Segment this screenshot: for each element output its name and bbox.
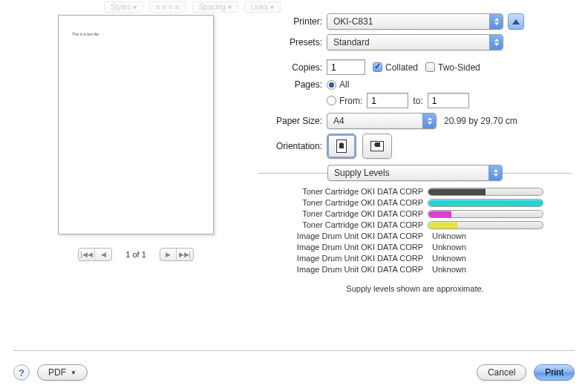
papersize-dimensions: 20.99 by 29.70 cm [444,116,517,126]
pager: |◀◀ ◀ 1 of 1 ▶ ▶▶| [58,248,214,261]
twosided-label: Two-Sided [438,62,480,73]
supply-row: Image Drum Unit OKI DATA CORPUnknown [266,243,564,252]
supply-label: Toner Cartridge OKI DATA CORP [266,198,428,207]
chevron-updown-icon [489,165,502,180]
papersize-label: Paper Size: [266,116,327,126]
preview-page: This is a test file. [58,15,214,234]
copies-label: Copies: [266,62,327,73]
supply-fill [428,222,457,229]
supply-label: Image Drum Unit OKI DATA CORP [266,231,428,240]
pages-from-label: From: [339,96,362,106]
supply-row: Image Drum Unit OKI DATA CORPUnknown [266,265,564,274]
pager-next-button[interactable]: ▶ [160,249,177,260]
orientation-label: Orientation: [266,141,327,151]
pages-all-option[interactable]: All [327,79,349,90]
supply-row: Image Drum Unit OKI DATA CORPUnknown [266,231,564,240]
pages-from-option[interactable]: From: [327,96,362,106]
supply-row: Toner Cartridge OKI DATA CORP [266,209,564,218]
pager-prev-button[interactable]: ◀ [95,249,111,260]
print-dialog: Styles ▾ ≡ ≡ ≡ ≡ Spacing ▾ Links ▾ This … [0,0,588,391]
supply-bar [428,221,543,229]
pager-next-group: ▶ ▶▶| [160,248,194,261]
papersize-value: A4 [333,116,344,126]
landscape-icon [370,141,384,151]
printer-label: Printer: [266,16,327,27]
orientation-landscape-button[interactable] [362,134,392,159]
copies-input[interactable] [327,59,365,75]
section-select[interactable]: Supply Levels [327,165,503,181]
cancel-label: Cancel [488,367,515,378]
preview-sample-text: This is a test file. [72,32,99,36]
pdf-menu-button[interactable]: PDF ▼ [37,364,88,381]
pager-prev-group: |◀◀ ◀ [78,248,112,261]
pages-from-radio[interactable] [327,96,336,105]
pages-all-label: All [339,79,349,90]
papersize-select[interactable]: A4 [327,113,437,129]
form-pane: Printer: OKI-C831 Presets: Standard Copi… [266,13,564,293]
preview-pane: This is a test file. |◀◀ ◀ 1 of 1 ▶ ▶▶| [58,15,214,261]
supply-fill [428,200,543,206]
supply-row: Toner Cartridge OKI DATA CORP [266,187,564,196]
supply-row: Image Drum Unit OKI DATA CORPUnknown [266,254,564,263]
supply-label: Image Drum Unit OKI DATA CORP [266,254,428,263]
print-button[interactable]: Print [534,364,575,381]
cancel-button[interactable]: Cancel [477,364,526,381]
chevron-updown-icon [422,114,436,128]
supply-label: Image Drum Unit OKI DATA CORP [266,265,428,274]
printer-select[interactable]: OKI-C831 [327,13,503,30]
pages-all-radio[interactable] [327,80,336,90]
supply-bar [428,210,543,218]
collated-label: Collated [385,62,418,73]
collated-checkbox[interactable] [373,62,382,72]
supply-row: Toner Cartridge OKI DATA CORP [266,220,564,229]
pages-from-input[interactable] [367,93,408,108]
supply-bar [428,199,543,207]
pager-position: 1 of 1 [118,250,154,259]
supply-fill [428,211,451,217]
presets-label: Presets: [266,37,327,47]
supply-label: Toner Cartridge OKI DATA CORP [266,187,428,196]
supply-label: Image Drum Unit OKI DATA CORP [266,243,428,252]
print-label: Print [545,367,564,378]
supply-fill [428,188,486,195]
chevron-down-icon: ▼ [71,369,76,376]
printer-value: OKI-C831 [333,16,373,27]
supply-status-text: Unknown [428,265,466,274]
supply-status-text: Unknown [428,254,466,263]
pages-label: Pages: [266,79,327,90]
chevron-updown-icon [489,35,503,50]
supply-label: Toner Cartridge OKI DATA CORP [266,209,428,218]
chevron-updown-icon [489,14,503,29]
collapse-button[interactable] [508,13,524,30]
section-value: Supply Levels [334,168,390,178]
supply-footnote: Supply levels shown are approximate. [266,284,564,293]
twosided-option[interactable]: Two-Sided [425,62,480,73]
collated-option[interactable]: Collated [373,62,418,73]
twosided-checkbox[interactable] [425,62,435,72]
presets-value: Standard [333,37,370,47]
pages-to-input[interactable] [428,93,469,108]
portrait-icon [336,139,347,153]
orientation-portrait-button[interactable] [327,134,356,159]
supply-status-text: Unknown [428,243,466,252]
supply-status-text: Unknown [428,231,466,240]
section-divider: Supply Levels [258,165,572,181]
supply-label: Toner Cartridge OKI DATA CORP [266,220,428,229]
background-toolbar: Styles ▾ ≡ ≡ ≡ ≡ Spacing ▾ Links ▾ [104,0,484,13]
pager-last-button[interactable]: ▶▶| [177,249,193,260]
presets-select[interactable]: Standard [327,34,503,50]
footer-separator [13,350,575,351]
supply-row: Toner Cartridge OKI DATA CORP [266,198,564,207]
help-button[interactable]: ? [13,364,30,381]
supply-list: Toner Cartridge OKI DATA CORPToner Cartr… [266,187,564,274]
pager-first-button[interactable]: |◀◀ [79,249,95,260]
triangle-up-icon [512,19,520,24]
footer: ? PDF ▼ Cancel Print [13,364,575,381]
pages-to-label: to: [413,96,422,106]
supply-bar [428,188,543,196]
pdf-label: PDF [48,367,66,378]
